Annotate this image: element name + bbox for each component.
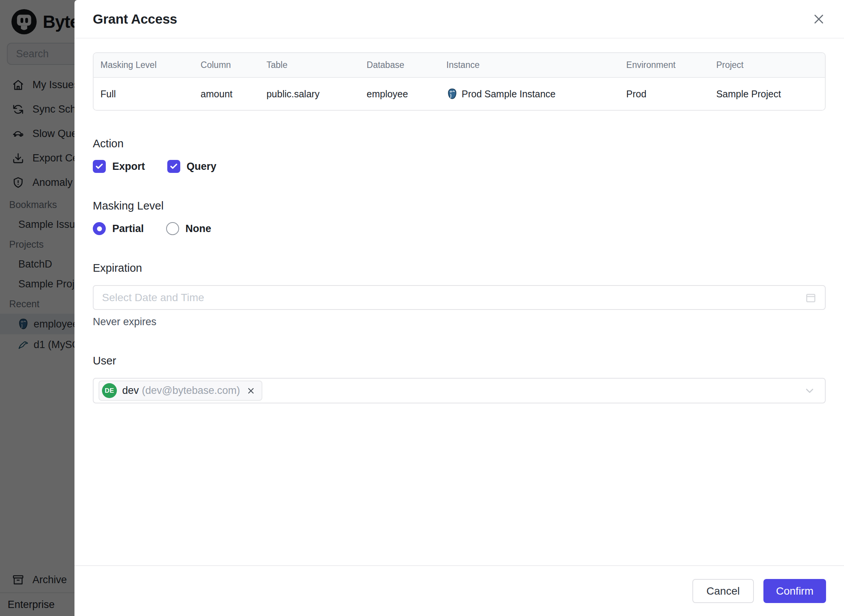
expiration-placeholder: Select Date and Time xyxy=(102,292,204,304)
cell-column: amount xyxy=(194,78,259,110)
cell-table: public.salary xyxy=(260,78,360,110)
col-environment: Environment xyxy=(619,53,710,78)
grant-target-table: Masking Level Column Table Database Inst… xyxy=(93,52,826,111)
col-instance: Instance xyxy=(440,53,619,78)
query-label: Query xyxy=(187,161,217,173)
user-name: dev xyxy=(122,385,139,397)
cell-environment: Prod xyxy=(619,78,710,110)
col-database: Database xyxy=(360,53,440,78)
table-header-row: Masking Level Column Table Database Inst… xyxy=(94,53,825,78)
export-label: Export xyxy=(112,161,145,173)
table-row: Full amount public.salary employee xyxy=(94,78,825,110)
user-chip[interactable]: DE dev (dev@bytebase.com) xyxy=(99,381,262,401)
calendar-icon xyxy=(805,292,817,303)
cancel-button[interactable]: Cancel xyxy=(692,579,754,603)
cell-project: Sample Project xyxy=(709,78,825,110)
modal-body: Masking Level Column Table Database Inst… xyxy=(74,39,844,565)
user-heading: User xyxy=(93,355,826,367)
export-checkbox-option[interactable]: Export xyxy=(93,160,145,173)
query-checkbox-option[interactable]: Query xyxy=(167,160,217,173)
col-column: Column xyxy=(194,53,259,78)
avatar: DE xyxy=(102,383,117,398)
col-masking-level: Masking Level xyxy=(94,53,194,78)
partial-radio-option[interactable]: Partial xyxy=(93,222,144,235)
remove-icon xyxy=(246,386,255,395)
grant-access-modal: Grant Access Masking Level Column Table … xyxy=(74,0,844,616)
action-heading: Action xyxy=(93,137,826,150)
close-button[interactable] xyxy=(811,11,826,27)
none-label: None xyxy=(186,223,212,235)
cell-masking-level: Full xyxy=(94,78,194,110)
cell-database: employee xyxy=(360,78,440,110)
partial-label: Partial xyxy=(112,223,144,235)
radio-unselected-icon[interactable] xyxy=(166,222,179,235)
close-icon xyxy=(812,13,825,26)
none-radio-option[interactable]: None xyxy=(166,222,212,235)
instance-name: Prod Sample Instance xyxy=(462,89,556,100)
expiration-heading: Expiration xyxy=(93,262,826,274)
modal-header: Grant Access xyxy=(74,0,844,39)
checkbox-checked-icon[interactable] xyxy=(93,160,106,173)
user-select[interactable]: DE dev (dev@bytebase.com) xyxy=(93,378,826,403)
chevron-down-icon xyxy=(804,385,816,397)
expiration-note: Never expires xyxy=(93,316,826,328)
radio-selected-icon[interactable] xyxy=(93,222,106,235)
col-table: Table xyxy=(260,53,360,78)
modal-title: Grant Access xyxy=(93,11,177,27)
modal-footer: Cancel Confirm xyxy=(74,565,844,616)
postgres-icon xyxy=(446,88,458,100)
masking-level-heading: Masking Level xyxy=(93,200,826,212)
user-email: (dev@bytebase.com) xyxy=(142,385,240,397)
checkbox-checked-icon[interactable] xyxy=(167,160,180,173)
remove-user-button[interactable] xyxy=(246,386,255,395)
col-project: Project xyxy=(709,53,825,78)
cell-instance: Prod Sample Instance xyxy=(440,78,619,110)
expiration-datetime-input[interactable]: Select Date and Time xyxy=(93,285,826,310)
confirm-button[interactable]: Confirm xyxy=(763,579,826,603)
